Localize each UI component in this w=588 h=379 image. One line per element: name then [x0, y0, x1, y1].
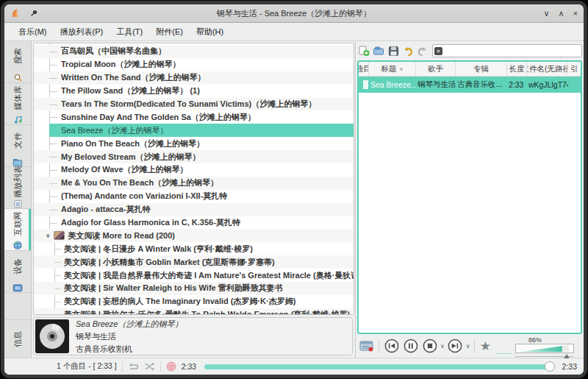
favorite-star-icon[interactable]: ★ [478, 340, 492, 353]
now-playing-album: 古典音乐收割机 [76, 344, 182, 355]
maximize-button[interactable]: ∧ [559, 8, 564, 18]
volume-control[interactable]: 86% [515, 335, 581, 357]
list-item[interactable]: (Thema) Andante con Variazioni I-XII-莫扎特 [34, 190, 354, 203]
volume-handle[interactable] [564, 354, 570, 358]
drop-target-area [496, 339, 512, 354]
sidebar-tab-library[interactable]: 媒体库 [4, 83, 31, 125]
new-playlist-button[interactable] [357, 44, 370, 57]
stop-options-chevron[interactable]: ∨ [440, 343, 445, 350]
minimize-button[interactable]: ∨ [543, 8, 549, 18]
clear-filter-icon[interactable]: ✕ [434, 47, 442, 55]
menu-music[interactable]: 音乐(M) [12, 24, 54, 40]
tab-label: 搜索 [12, 48, 24, 64]
playing-indicator-icon [363, 80, 368, 89]
library-icon [13, 116, 23, 124]
menu-playlist[interactable]: 播放列表(P) [54, 24, 110, 40]
sidebar-tab-info[interactable]: 信息 [4, 319, 31, 358]
collapse-arrow-icon[interactable]: ∨ [46, 233, 51, 239]
playlist-table: 曲目 标题∨ 歌手 专辑 长度 文件名(无路径) 引 Sea Breeze...… [357, 60, 582, 334]
undo-button[interactable] [401, 44, 415, 57]
search-icon [13, 74, 23, 82]
column-header-artist[interactable]: 歌手 [416, 62, 456, 76]
statusbar: 1 个曲目 - [ 2:33 ] 2:33 2:33 [4, 358, 584, 375]
redo-button[interactable] [416, 44, 429, 57]
playlist-panel: ✕ 曲目 标题∨ 歌手 专辑 长度 文件名(无路径) 引 Sea Breeze.… [355, 41, 584, 358]
sidebar-tab-search[interactable]: 搜索 [4, 41, 31, 83]
column-header-length[interactable]: 长度 [507, 62, 527, 76]
previous-button[interactable] [383, 338, 400, 355]
close-button[interactable]: × [573, 8, 578, 18]
list-item[interactable]: 百鸟朝凤（中国钢琴名曲集） [34, 45, 354, 58]
volume-rail[interactable] [515, 356, 574, 357]
sidebar-tab-internet[interactable]: 互联网 [4, 209, 31, 251]
song-tree-panel: 百鸟朝凤（中国钢琴名曲集） Tropical Moon（沙滩上的钢琴） Writ… [33, 43, 354, 315]
cell-artist: 钢琴与生活 [416, 79, 456, 90]
list-item[interactable]: Me & You On The Beach（沙滩上的钢琴） [34, 177, 354, 190]
tab-label: 媒体库 [12, 86, 24, 110]
playlist-filter-input[interactable]: ✕ [432, 44, 582, 57]
list-item[interactable]: The Pillow Sand（沙滩上的钢琴） (1) [34, 85, 354, 98]
save-playlist-button[interactable] [387, 44, 400, 57]
list-item[interactable]: Tears In The Storm(Dedicated To Sunami V… [34, 98, 354, 111]
playlist-toolbar: ✕ [356, 41, 584, 60]
sidebar-tab-playlists[interactable]: 播放列表 [4, 167, 31, 209]
column-header-album[interactable]: 专辑 [456, 62, 507, 76]
tab-label: 设备 [12, 258, 24, 274]
playlist-row-current[interactable]: Sea Breeze... 钢琴与生活 古典音乐收... 2:33 wKgJLl… [359, 77, 581, 93]
list-item[interactable]: Written On The Sand（沙滩上的钢琴） [34, 71, 354, 85]
seek-slider[interactable] [204, 364, 553, 369]
list-item[interactable]: Piano On The Beach（沙滩上的钢琴） [34, 137, 354, 150]
sidebar-tab-devices[interactable]: 设备 [4, 251, 31, 293]
column-header-extra[interactable]: 引 [568, 62, 581, 76]
volume-percent-label: 86% [528, 336, 581, 344]
list-item[interactable]: 美文阅读 | 小妖精集市 Goblin Market (克里斯蒂娜·罗塞蒂) [34, 255, 354, 269]
repeat-icon[interactable] [128, 362, 139, 371]
pause-icon [403, 338, 419, 354]
stop-button[interactable] [421, 338, 438, 355]
sidebar-tab-files[interactable]: 文件 [4, 125, 31, 167]
pause-button[interactable] [402, 338, 419, 355]
list-item[interactable]: Adagio - attacca-莫扎特 [34, 203, 354, 216]
list-item-selected[interactable]: Sea Breeze（沙滩上的钢琴） [34, 124, 354, 137]
list-item[interactable]: 美文阅读 | 冬日漫步 A Winter Walk (亨利·戴维·梭罗) [34, 242, 354, 255]
tab-label: 信息 [12, 331, 24, 347]
column-header-track[interactable]: 曲目 [359, 62, 369, 76]
menu-tools[interactable]: 工具(T) [110, 24, 149, 40]
playlist-manager-button[interactable] [358, 338, 375, 355]
menu-plugins[interactable]: 附件(E) [149, 24, 190, 40]
list-item[interactable]: 美文阅读 | 致拉尔夫·沃尔多·爱默生 To Ralph Waldo Emers… [34, 308, 354, 315]
cell-filename: wKgJLlgT74... [527, 80, 568, 89]
list-item[interactable]: Sunshine Day And The Golden Sa（沙滩上的钢琴） [34, 110, 354, 124]
now-playing-title: Sea Breeze（沙滩上的钢琴） [76, 319, 182, 330]
record-status-icon[interactable] [166, 361, 176, 372]
sort-indicator-icon: ∨ [399, 66, 403, 72]
list-item[interactable]: My Beloved Stream（沙滩上的钢琴） [34, 150, 354, 163]
list-item[interactable]: Tropical Moon（沙滩上的钢琴） [34, 58, 354, 71]
new-playlist-icon [358, 45, 370, 57]
now-playing-artist: 钢琴与生活 [76, 331, 182, 342]
playlist-manager-icon [359, 340, 374, 353]
menubar: 音乐(M) 播放列表(P) 工具(T) 附件(E) 帮助(H) [4, 23, 584, 41]
next-icon [447, 338, 463, 354]
list-item[interactable]: Adagio for Glass Harmonica in C, K.356-莫… [34, 216, 354, 230]
divider [160, 361, 161, 372]
list-item[interactable]: 美文阅读 | 我是自然界最伟大的奇迹 I Am Nature's Greates… [34, 269, 354, 282]
column-header-filename[interactable]: 文件名(无路径) [527, 62, 568, 76]
open-folder-icon [373, 46, 384, 56]
shuffle-icon[interactable] [144, 362, 155, 371]
next-options-chevron[interactable]: ∨ [466, 343, 470, 350]
open-playlist-button[interactable] [372, 44, 385, 57]
divider [122, 361, 123, 372]
seek-handle[interactable] [545, 361, 555, 372]
list-item[interactable]: Melody Of Wave（沙滩上的钢琴） [34, 163, 354, 177]
next-button[interactable] [447, 338, 464, 355]
now-playing-panel: Sea Breeze（沙滩上的钢琴） 钢琴与生活 古典音乐收割机 [33, 317, 353, 355]
menu-help[interactable]: 帮助(H) [190, 24, 230, 40]
list-item[interactable]: 美文阅读 | 妄想的病人 The Imaginary Invalid (杰罗姆·… [34, 295, 354, 308]
volume-wedge[interactable] [515, 344, 574, 353]
window-title: 钢琴与生活 - Sea Breeze（沙滩上的钢琴） [4, 8, 584, 19]
list-item[interactable]: 美文阅读 | Sir Walter Raleigh to His Wife 雷利… [34, 282, 354, 295]
divider [379, 339, 379, 353]
column-header-title[interactable]: 标题∨ [369, 62, 416, 76]
tree-parent-item[interactable]: ∨ 美文阅读 More to Read (200) [34, 229, 354, 242]
